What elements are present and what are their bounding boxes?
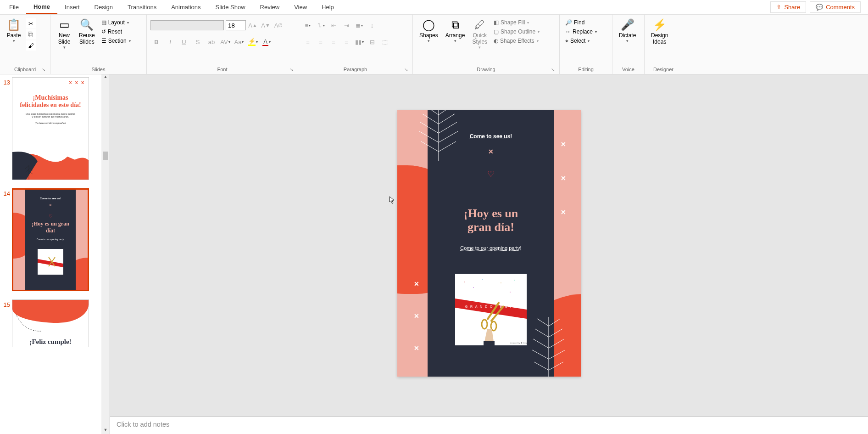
find-button[interactable]: 🔎Find: [563, 18, 599, 27]
tab-home[interactable]: Home: [26, 0, 57, 14]
select-icon: ⌖: [565, 38, 568, 44]
select-button[interactable]: ⌖Select▾: [563, 37, 599, 45]
thumb-head: Come to see us!: [28, 197, 73, 200]
new-slide-icon: ▭: [57, 17, 72, 32]
slide-title[interactable]: ¡Hoy es ungran día!: [464, 207, 518, 234]
line-spacing-button[interactable]: ≣▾: [353, 19, 365, 31]
bold-button[interactable]: B: [150, 36, 162, 48]
align-text-button[interactable]: ⊟: [366, 36, 378, 48]
share-button[interactable]: ⇧ Share: [770, 1, 806, 13]
replace-button[interactable]: ↔Replace▾: [563, 28, 599, 36]
increase-font-button[interactable]: A▲: [247, 19, 259, 31]
layout-button[interactable]: ▤Layout▾: [100, 18, 133, 27]
comment-icon: 💬: [816, 4, 823, 11]
tab-view[interactable]: View: [287, 1, 314, 13]
font-name-input[interactable]: [150, 20, 224, 30]
underline-button[interactable]: U: [178, 36, 190, 48]
reuse-icon: 🔍: [79, 17, 94, 32]
slide-subtitle[interactable]: Come to our opening party!: [460, 245, 521, 251]
current-slide[interactable]: Come to see us! ✕ ♡ ¡Hoy es ungran día! …: [397, 110, 581, 377]
slide-heading[interactable]: Come to see us!: [470, 133, 512, 140]
thumb-number: 15: [2, 299, 10, 308]
ribbon-cut-image[interactable]: G R A N D O P E N I N designed by ⬢ free…: [455, 274, 527, 345]
slide-thumb-13[interactable]: x x x ¡Muchísimas felicidades en este dí…: [12, 77, 89, 180]
shapes-button[interactable]: ◯ Shapes ▾: [417, 17, 441, 44]
format-painter-button[interactable]: 🖌: [26, 40, 36, 51]
smartart-button[interactable]: ⬚: [379, 36, 391, 48]
text-direction-button[interactable]: ↕: [366, 19, 378, 31]
heart-icon: ♡: [487, 169, 495, 179]
increase-indent-button[interactable]: ⇥: [340, 19, 352, 31]
decrease-indent-button[interactable]: ⇤: [328, 19, 339, 31]
tab-file[interactable]: File: [2, 1, 26, 13]
strike-button[interactable]: ab: [206, 36, 217, 48]
numbering-button[interactable]: ⒈▾: [315, 19, 327, 31]
notes-pane[interactable]: Click to add notes: [110, 417, 868, 434]
shapes-icon: ◯: [421, 17, 436, 32]
thumbnail-scrollbar[interactable]: ▲ ▼: [101, 74, 110, 434]
dictate-button[interactable]: 🎤 Dictate ▾: [616, 17, 639, 44]
char-spacing-button[interactable]: AV▾: [219, 36, 231, 48]
find-icon: 🔎: [565, 19, 572, 26]
design-ideas-button[interactable]: ⚡ Design Ideas: [648, 17, 671, 46]
shape-effects-button[interactable]: ◐Shape Effects▾: [492, 37, 541, 45]
columns-button[interactable]: ▮▮▾: [353, 36, 365, 48]
paragraph-launcher[interactable]: ↘: [404, 67, 408, 72]
copy-button[interactable]: ⿻: [26, 29, 36, 39]
x-decor-icon: x x x: [69, 79, 85, 85]
outline-icon: ▢: [494, 28, 499, 35]
font-color-button[interactable]: A▾: [261, 36, 273, 48]
drawing-launcher[interactable]: ↘: [551, 67, 555, 72]
cut-button[interactable]: ✂: [26, 18, 36, 28]
paste-button[interactable]: 📋 Paste ▾: [4, 17, 24, 44]
scroll-down-button[interactable]: ▼: [101, 428, 110, 434]
section-button[interactable]: ☰Section▾: [100, 37, 133, 45]
shadow-button[interactable]: S: [192, 36, 204, 48]
notes-placeholder: Click to add notes: [117, 421, 169, 428]
shape-outline-button[interactable]: ▢Shape Outline▾: [492, 28, 541, 36]
leaf-icon: [411, 110, 466, 165]
reset-button[interactable]: ↺Reset: [100, 28, 133, 36]
shape-fill-button[interactable]: ◧Shape Fill▾: [492, 18, 541, 27]
svg-point-6: [510, 292, 511, 293]
change-case-button[interactable]: Aa▾: [233, 36, 245, 48]
group-paragraph: ≡▾ ⒈▾ ⇤ ⇥ ≣▾ ↕ ≡ ≡ ≡ ≡ ▮▮▾ ⊟ ⬚ Paragraph…: [298, 15, 413, 74]
ribbon: 📋 Paste ▾ ✂ ⿻ 🖌 Clipboard↘ ▭ New Slide ▾…: [0, 15, 868, 74]
tab-design[interactable]: Design: [87, 1, 120, 13]
align-right-button[interactable]: ≡: [328, 36, 339, 48]
tab-slideshow[interactable]: Slide Show: [208, 1, 252, 13]
slide-canvas-area[interactable]: Come to see us! ✕ ♡ ¡Hoy es ungran día! …: [110, 74, 868, 417]
x-icon: ✕: [414, 280, 419, 287]
clear-format-button[interactable]: A∅: [273, 19, 284, 31]
decrease-font-button[interactable]: A▼: [260, 19, 272, 31]
thumb-foot: ¡Te deseo un feliz cumpleaños!: [12, 120, 89, 126]
tab-animations[interactable]: Animations: [164, 1, 208, 13]
font-launcher[interactable]: ↘: [289, 67, 293, 72]
scissors-icon: ✂: [28, 20, 33, 27]
tab-help[interactable]: Help: [314, 1, 341, 13]
bullets-button[interactable]: ≡▾: [302, 19, 314, 31]
tab-review[interactable]: Review: [253, 1, 287, 13]
reset-icon: ↺: [101, 28, 106, 35]
slide-thumb-14[interactable]: Come to see us! ✕ ♡ ¡Hoy es un gran día!…: [12, 188, 89, 291]
svg-text:G R A N D   O P E N I N: G R A N D O P E N I N: [465, 305, 517, 308]
tab-transitions[interactable]: Transitions: [120, 1, 164, 13]
slide-thumbnails-panel[interactable]: 13 x x x ¡Muchísimas felicidades en este…: [0, 74, 110, 434]
highlight-button[interactable]: ⚡▾: [247, 36, 259, 48]
comments-button[interactable]: 💬 Comments: [810, 1, 861, 13]
justify-button[interactable]: ≡: [340, 36, 352, 48]
italic-button[interactable]: I: [164, 36, 176, 48]
align-left-button[interactable]: ≡: [302, 36, 314, 48]
clipboard-launcher[interactable]: ↘: [42, 67, 45, 72]
tab-insert[interactable]: Insert: [57, 1, 87, 13]
reuse-slides-button[interactable]: 🔍 Reuse Slides: [76, 17, 98, 46]
new-slide-button[interactable]: ▭ New Slide ▾: [54, 17, 74, 51]
arrange-button[interactable]: ⧉ Arrange ▾: [443, 17, 468, 44]
scroll-handle[interactable]: [103, 152, 108, 160]
arrange-icon: ⧉: [448, 17, 462, 32]
align-center-button[interactable]: ≡: [315, 36, 327, 48]
font-size-input[interactable]: [226, 20, 246, 30]
quick-styles-button[interactable]: 🖊 Quick Styles ▾: [469, 17, 490, 51]
group-designer-label: Designer: [653, 67, 673, 72]
slide-thumb-15[interactable]: ¡Feliz cumple!: [12, 299, 89, 347]
